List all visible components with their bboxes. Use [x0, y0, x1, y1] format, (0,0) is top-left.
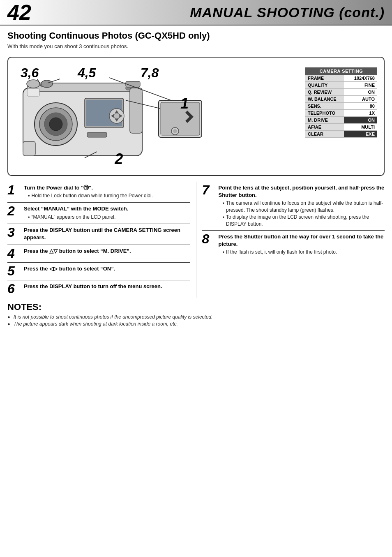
svg-point-19	[41, 80, 53, 88]
camera-setting-label: SENS.	[305, 103, 344, 110]
notes-section: NOTES: It is not possible to shoot conti…	[0, 298, 392, 327]
step-content: Press the ◁▷ button to select “ON”.	[24, 265, 190, 273]
step-main-text: Turn the Power dial to "ⓜ".	[24, 184, 190, 192]
camera-setting-label: TELEPHOTO	[305, 110, 344, 117]
camera-setting-label: W. BALANCE	[305, 96, 344, 103]
note-item: It is not possible to shoot continuous p…	[7, 314, 385, 320]
step-content: Press the DISPLAY button to turn off the…	[24, 283, 190, 291]
svg-rect-21	[23, 141, 35, 156]
camera-setting-label: QUALITY	[305, 82, 344, 89]
step-bullet: Hold the Lock button down while turning …	[24, 192, 190, 200]
note-item: The picture appears dark when shooting a…	[7, 321, 385, 327]
step-number: 7	[202, 183, 215, 196]
label-36: 3,6	[21, 65, 39, 81]
label-1: 1	[180, 95, 189, 112]
step-main-text: Press the △▽ button to select “M. DRIVE”…	[24, 247, 190, 255]
step-content: Press the △▽ button to select “M. DRIVE”…	[24, 247, 190, 256]
svg-point-15	[114, 113, 120, 119]
camera-setting-label: Q. REVIEW	[305, 89, 344, 96]
step-bullet: To display the image on the LCD screen w…	[219, 214, 385, 228]
notes-title: NOTES:	[7, 302, 385, 312]
svg-point-27	[173, 129, 177, 133]
steps-right-column: 7Point the lens at the subject, position…	[196, 182, 385, 298]
step-content: Select “MANUAL” with the MODE switch.“MA…	[24, 205, 190, 221]
steps-left-column: 1Turn the Power dial to "ⓜ".Hold the Loc…	[7, 182, 196, 298]
page-header: 42 MANUAL SHOOTING (cont.)	[0, 0, 392, 25]
step-main-text: Point the lens at the subject, position …	[219, 184, 385, 199]
step-item: 8Press the Shutter button all the way fo…	[202, 230, 385, 259]
step-content: Press the DISPLAY button until the CAMER…	[24, 226, 190, 242]
step-main-text: Press the ◁▷ button to select “ON”.	[24, 265, 190, 273]
step-bullet: “MANUAL” appears on the LCD panel.	[24, 214, 190, 221]
camera-setting-value: 1X	[344, 110, 377, 117]
camera-setting-title: CAMERA SETTING	[305, 67, 377, 75]
step-number: 1	[7, 183, 21, 196]
camera-setting-value: ON	[344, 89, 377, 96]
step-bullet: The camera will continue to focus on the…	[219, 200, 385, 214]
svg-rect-22	[130, 88, 142, 133]
camera-setting-value: 80	[344, 103, 377, 110]
step-number: 3	[7, 226, 21, 239]
camera-setting-value: MULTI	[344, 124, 377, 131]
camera-illustration	[15, 63, 204, 168]
camera-setting-table: CAMERA SETTING FRAME1024X768QUALITYFINEQ…	[305, 67, 377, 138]
section-subtitle: With this mode you can shoot 3 continuou…	[0, 42, 392, 53]
notes-list: It is not possible to shoot continuous p…	[7, 314, 385, 327]
camera-setting-label: AF/AE	[305, 124, 344, 131]
step-content: Turn the Power dial to "ⓜ".Hold the Lock…	[24, 184, 190, 200]
step-item: 5Press the ◁▷ button to select “ON”.	[7, 262, 190, 280]
step-item: 3Press the DISPLAY button until the CAME…	[7, 224, 190, 245]
step-main-text: Select “MANUAL” with the MODE switch.	[24, 205, 190, 213]
svg-point-5	[49, 118, 62, 131]
section-title-block: Shooting Continuous Photos (GC-QX5HD onl…	[0, 25, 392, 42]
step-item: 6Press the DISPLAY button to turn off th…	[7, 280, 190, 298]
label-78: 7,8	[141, 65, 159, 81]
step-item: 2Select “MANUAL” with the MODE switch.“M…	[7, 202, 190, 223]
diagram-box: 3,6 4,5 7,8 1 2 CAMERA SETTING FRAME1024…	[7, 57, 385, 176]
step-number: 4	[7, 247, 21, 260]
step-main-text: Press the DISPLAY button to turn off the…	[24, 283, 190, 290]
camera-setting-value: AUTO	[344, 96, 377, 103]
camera-setting-label: FRAME	[305, 75, 344, 82]
step-number: 2	[7, 204, 21, 217]
label-45: 4,5	[78, 65, 96, 81]
svg-point-18	[27, 80, 40, 88]
step-main-text: Press the DISPLAY button until the CAMER…	[24, 226, 190, 241]
step-content: Press the Shutter button all the way for…	[219, 233, 385, 257]
step-item: 7Point the lens at the subject, position…	[202, 182, 385, 230]
step-item: 4Press the △▽ button to select “M. DRIVE…	[7, 245, 190, 262]
step-number: 6	[7, 282, 21, 295]
step-number: 5	[7, 264, 21, 277]
step-bullet: If the flash is set, it will only flash …	[219, 249, 385, 256]
step-item: 1Turn the Power dial to "ⓜ".Hold the Loc…	[7, 182, 190, 202]
camera-setting-value: 1024X768	[344, 75, 377, 82]
label-2: 2	[115, 150, 123, 168]
diagram-left: 3,6 4,5 7,8 1 2	[15, 63, 300, 169]
step-content: Point the lens at the subject, position …	[219, 184, 385, 228]
camera-setting-label: M. DRIVE	[305, 117, 344, 124]
chapter-title: MANUAL SHOOTING (cont.)	[190, 5, 385, 21]
camera-setting-value: FINE	[344, 82, 377, 89]
camera-setting-value: EXE	[344, 131, 377, 138]
svg-rect-20	[87, 132, 107, 137]
page-number: 42	[7, 2, 31, 23]
camera-setting-label: CLEAR	[305, 131, 344, 138]
step-number: 8	[202, 232, 215, 245]
step-main-text: Press the Shutter button all the way for…	[219, 233, 385, 248]
camera-setting-value: ON	[344, 117, 377, 124]
svg-rect-16	[27, 89, 39, 96]
section-heading: Shooting Continuous Photos (GC-QX5HD onl…	[7, 30, 385, 41]
camera-setting-panel: CAMERA SETTING FRAME1024X768QUALITYFINEQ…	[305, 63, 377, 138]
steps-container: 1Turn the Power dial to "ⓜ".Hold the Loc…	[0, 182, 392, 298]
